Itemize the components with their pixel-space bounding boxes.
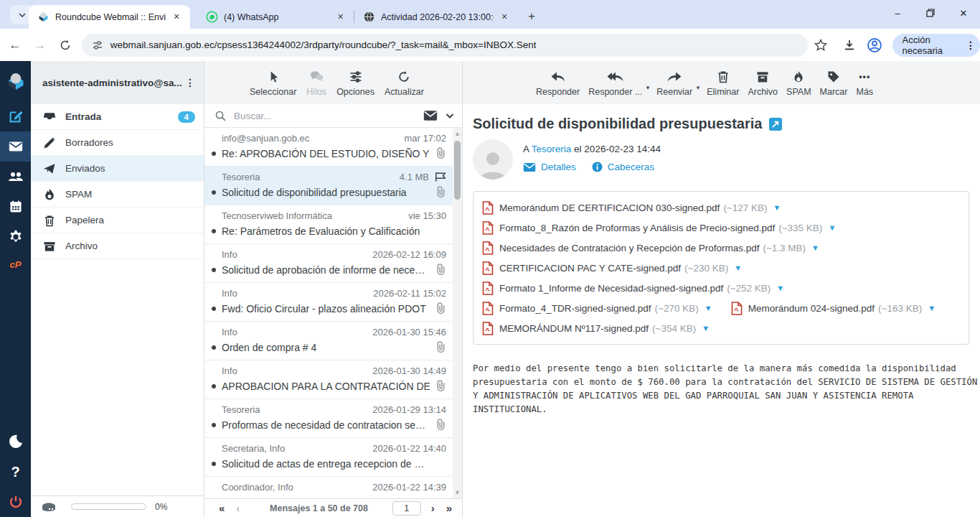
reply-all-dropdown-icon[interactable]: ▾ — [646, 84, 650, 91]
fire-icon — [792, 70, 805, 84]
dark-mode-button[interactable] — [0, 427, 31, 457]
flag-icon[interactable] — [435, 172, 446, 182]
tab-close-icon[interactable]: ✕ — [334, 11, 347, 24]
search-bar[interactable]: Buscar... — [204, 104, 462, 128]
new-tab-button[interactable]: + — [522, 7, 541, 26]
reply-all-button[interactable]: Responder ... ▾ — [588, 68, 642, 97]
message-list-item[interactable]: Tecnoserviweb Informática vie 15:30 Re: … — [204, 205, 453, 244]
attachment-menu-icon[interactable]: ▼ — [734, 264, 742, 272]
select-button[interactable]: Seleccionar — [250, 68, 296, 97]
headers-toggle[interactable]: Cabeceras — [592, 162, 654, 172]
bookmark-star-icon[interactable] — [811, 33, 831, 57]
refresh-button[interactable] — [55, 33, 76, 57]
contacts-nav-button[interactable] — [0, 162, 31, 192]
forward-button[interactable]: Reenviar ▾ — [656, 68, 692, 97]
last-page-button[interactable]: » — [446, 502, 452, 514]
attachment-item[interactable]: Formato 1_Informe de Necesidad-signed-si… — [482, 281, 784, 295]
cpanel-button[interactable]: cP — [0, 252, 31, 276]
scope-mail-icon[interactable] — [423, 110, 438, 121]
options-button[interactable]: Opciones — [336, 68, 374, 97]
message-list-item[interactable]: Tesoreria 4.1 MB Solicitud de disponibil… — [204, 167, 453, 205]
more-button[interactable]: ••• Más — [856, 68, 873, 97]
page-number-input[interactable]: 1 — [392, 501, 421, 516]
attachment-menu-icon[interactable]: ▼ — [773, 203, 781, 212]
help-button[interactable]: ? — [0, 457, 31, 487]
details-toggle[interactable]: Detalles — [523, 162, 576, 172]
prev-page-button[interactable]: ‹ — [236, 502, 240, 514]
message-list-item[interactable]: Info 2026-01-30 15:46 Orden de compra # … — [204, 322, 453, 360]
attachment-item[interactable]: Formato_8_Razón de Proformas y Análisis … — [482, 221, 836, 235]
message-subject: Solicitud de actas de entrega recepcion … — [222, 458, 431, 470]
threads-button[interactable]: Hilos — [306, 68, 326, 97]
refresh-list-button[interactable]: Actualizar — [385, 68, 424, 97]
roundcube-logo[interactable] — [0, 61, 31, 101]
open-in-new-window-icon[interactable] — [769, 118, 782, 131]
attachment-menu-icon[interactable]: ▼ — [705, 304, 712, 312]
folder-papelera[interactable]: Papelera — [31, 208, 204, 233]
recipient-link[interactable]: Tesoreria — [532, 144, 572, 154]
action-needed-button[interactable]: Acción necesaria ⋮ — [892, 34, 980, 57]
calendar-nav-button[interactable] — [0, 192, 31, 222]
attachment-menu-icon[interactable]: ▼ — [928, 304, 936, 312]
back-button[interactable]: ← — [4, 33, 25, 57]
folder-enviados[interactable]: Enviados — [31, 156, 204, 182]
attachment-item[interactable]: MEMORÁNDUM Nº117-signed.pdf (~354 KB) ▼ — [482, 322, 710, 335]
message-list-item[interactable]: Tesoreria 2026-01-29 13:14 Proformas de … — [204, 399, 453, 438]
logout-button[interactable] — [0, 487, 31, 517]
attachment-item[interactable]: Memorándum DE CERTIFICACION 030-signed.p… — [482, 201, 781, 215]
scroll-up-icon[interactable]: ▲ — [453, 130, 462, 137]
folder-archivo[interactable]: Archivo — [31, 233, 204, 259]
message-list-item[interactable]: Info 2026-01-30 14:49 APROBACION PARA LA… — [204, 360, 453, 399]
attachment-menu-icon[interactable]: ▼ — [702, 324, 710, 332]
message-list-item[interactable]: Info 2026-02-12 16:09 Solicitud de aprob… — [204, 244, 453, 283]
forward-button[interactable]: → — [29, 33, 50, 57]
forward-dropdown-icon[interactable]: ▾ — [697, 84, 700, 91]
mail-nav-button[interactable] — [0, 131, 31, 162]
message-list-item[interactable]: Coordinador, Info 2026-01-22 14:39 — [204, 477, 453, 498]
message-sender: Tesoreria — [222, 404, 367, 415]
next-page-button[interactable]: › — [431, 502, 435, 514]
tab-whatsapp[interactable]: (4) WhatsApp ✕ — [197, 5, 354, 29]
restore-button[interactable] — [914, 0, 947, 26]
folder-entrada[interactable]: Entrada 4 — [31, 104, 204, 130]
spam-button[interactable]: SPAM — [786, 68, 811, 97]
profile-icon[interactable] — [864, 33, 885, 57]
delete-button[interactable]: Eliminar — [707, 68, 739, 97]
message-list-item[interactable]: Info 2026-02-11 15:02 Fwd: Oficio Circul… — [204, 283, 453, 322]
tab-actividad[interactable]: Actividad 2026-02-20 13:00:00 ✕ — [354, 5, 518, 29]
first-page-button[interactable]: « — [219, 502, 225, 514]
message-list-item[interactable]: info@sanjuan.gob.ec mar 17:02 Re: APROBA… — [204, 128, 453, 167]
mark-button[interactable]: Marcar — [820, 68, 848, 97]
message-list-item[interactable]: Secretaria, Info 2026-01-22 14:40 Solici… — [204, 438, 453, 477]
account-header[interactable]: asistente-administrativo@sa... ⋮ — [31, 61, 204, 104]
account-menu-icon[interactable]: ⋮ — [182, 77, 198, 88]
attachment-item[interactable]: Necesidades de Contratación y Recepción … — [482, 241, 819, 255]
scroll-down-icon[interactable]: ▼ — [453, 489, 462, 496]
close-window-button[interactable]: ✕ — [947, 0, 980, 26]
folder-borradores[interactable]: Borradores — [31, 130, 204, 156]
attachment-menu-icon[interactable]: ▼ — [828, 223, 836, 232]
search-options-chevron-icon[interactable] — [445, 111, 455, 121]
tab-roundcube[interactable]: Roundcube Webmail :: Enviados ✕ — [29, 5, 190, 29]
minimize-button[interactable]: – — [881, 0, 914, 26]
tab-close-icon[interactable]: ✕ — [498, 11, 511, 24]
tab-close-icon[interactable]: ✕ — [170, 11, 183, 24]
attachment-menu-icon[interactable]: ▼ — [776, 284, 784, 292]
compose-button[interactable] — [0, 101, 31, 131]
chrome-menu-icon[interactable]: ⋮ — [966, 39, 976, 51]
list-scrollbar[interactable]: ▲ ▼ — [453, 128, 462, 498]
attachment-item[interactable]: Memorándum 024-signed.pdf (~163 KB) ▼ — [731, 302, 936, 315]
reply-button[interactable]: Responder — [536, 68, 580, 97]
tab-title: Roundcube Webmail :: Enviados — [55, 12, 166, 22]
attachment-item[interactable]: Formato_4_TDR-signed-signed.pdf (~270 KB… — [482, 302, 712, 315]
scrollbar-thumb[interactable] — [454, 141, 461, 200]
folder-spam[interactable]: SPAM — [31, 182, 204, 208]
attachment-menu-icon[interactable]: ▼ — [811, 243, 819, 252]
attachment-item[interactable]: CERTIFICACION PAC Y CATE-signed.pdf (~23… — [482, 261, 742, 275]
contacts-icon — [7, 168, 24, 185]
settings-nav-button[interactable] — [0, 222, 31, 252]
archive-button[interactable]: Archivo — [748, 68, 778, 97]
message-subject: APROBACION PARA LA CONTRATACIÓN DE… — [222, 381, 431, 392]
downloads-icon[interactable] — [839, 33, 859, 57]
url-bar[interactable]: webmail.sanjuan.gob.ec/cpsess1364244002/… — [82, 34, 808, 57]
